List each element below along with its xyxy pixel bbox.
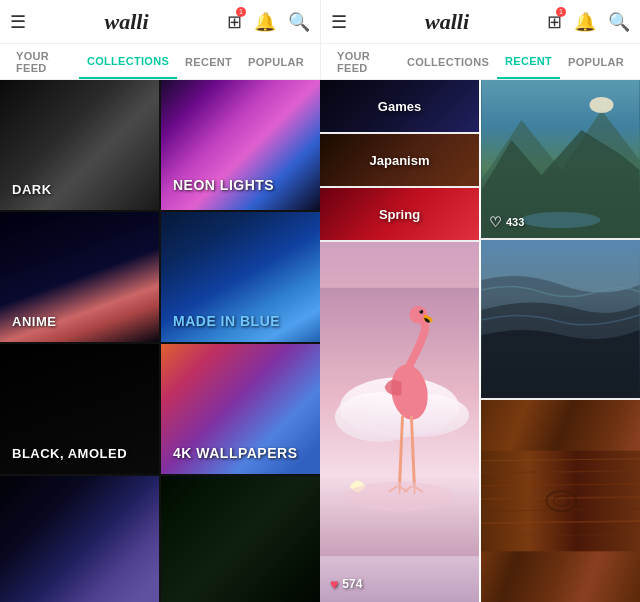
aerial-illustration: [481, 240, 640, 398]
right-panel: Games Japanism Spring: [320, 80, 640, 602]
aerial-photo[interactable]: [481, 240, 640, 398]
main-content: DARK NEON LIGHTS ANIME MADE IN BLUE BLAC…: [0, 80, 640, 602]
svg-point-14: [520, 212, 600, 228]
collection-neon-lights[interactable]: NEON LIGHTS: [161, 80, 320, 210]
left-menu-icon[interactable]: ☰: [10, 11, 26, 33]
left-logo: walli: [38, 9, 215, 35]
left-nav-popular[interactable]: POPULAR: [240, 44, 312, 79]
collection-made-in-blue[interactable]: MADE IN BLUE: [161, 212, 320, 342]
collection-games[interactable]: Games: [320, 80, 479, 132]
collection-4k-label: 4K WALLPAPERS: [173, 445, 312, 462]
left-nav-recent[interactable]: RECENT: [177, 44, 240, 79]
collection-japanism-label: Japanism: [320, 134, 479, 186]
collection-anime-label: ANIME: [12, 314, 151, 330]
svg-point-15: [589, 97, 613, 113]
collection-space[interactable]: [0, 476, 159, 602]
svg-point-10: [345, 482, 454, 512]
svg-point-5: [409, 306, 427, 324]
flamingo-heart-icon: ♥: [330, 576, 338, 592]
right-nav-popular[interactable]: POPULAR: [560, 44, 632, 79]
right-logo: walli: [359, 9, 535, 35]
collection-madeinblue-label: MADE IN BLUE: [173, 313, 312, 330]
collection-spring[interactable]: Spring: [320, 188, 479, 240]
right-nav-recent[interactable]: RECENT: [497, 44, 560, 79]
collection-dark[interactable]: DARK: [0, 80, 159, 210]
lake-heart-icon: ♡: [489, 214, 502, 230]
collection-japanism[interactable]: Japanism: [320, 134, 479, 186]
collection-spring-label: Spring: [320, 188, 479, 240]
right-nav-your-feed[interactable]: YOUR FEED: [329, 44, 399, 79]
right-menu-icon[interactable]: ☰: [331, 11, 347, 33]
left-nav-your-feed[interactable]: YOUR FEED: [8, 44, 79, 79]
right-gallery-badge: 1: [556, 7, 566, 17]
left-nav: YOUR FEED COLLECTIONS RECENT POPULAR: [0, 44, 320, 79]
flamingo-heart-count: ♥ 574: [330, 576, 362, 592]
collection-anime[interactable]: ANIME: [0, 212, 159, 342]
right-bell-icon[interactable]: 🔔: [574, 11, 596, 33]
collection-black-label: BLACK, AMOLED: [12, 446, 151, 462]
collection-games-label: Games: [320, 80, 479, 132]
left-search-icon[interactable]: 🔍: [288, 11, 310, 33]
left-nav-collections[interactable]: COLLECTIONS: [79, 44, 177, 79]
left-bell-icon[interactable]: 🔔: [254, 11, 276, 33]
flamingo-photo[interactable]: ♥ 574: [320, 242, 479, 602]
wood-illustration: [481, 400, 640, 602]
collection-dark-label: DARK: [12, 182, 151, 198]
right-gallery-icon[interactable]: ⊞ 1: [547, 11, 562, 33]
lake-heart-count: ♡ 433: [489, 214, 524, 230]
wood-photo[interactable]: [481, 400, 640, 602]
lake-count: 433: [506, 216, 524, 228]
collections-grid: DARK NEON LIGHTS ANIME MADE IN BLUE BLAC…: [0, 80, 320, 602]
svg-point-6: [419, 310, 423, 314]
left-header: ☰ walli ⊞ 1 🔔 🔍: [0, 0, 320, 43]
right-nav: YOUR FEED COLLECTIONS RECENT POPULAR: [320, 44, 640, 79]
right-left-column: Games Japanism Spring: [320, 80, 479, 602]
gallery-badge: 1: [236, 7, 246, 17]
collection-black-amoled[interactable]: BLACK, AMOLED: [0, 344, 159, 474]
right-header: ☰ walli ⊞ 1 🔔 🔍: [320, 0, 640, 43]
nav-bar: YOUR FEED COLLECTIONS RECENT POPULAR YOU…: [0, 44, 640, 80]
lake-photo[interactable]: ♡ 433: [481, 80, 640, 238]
collection-neon-label: NEON LIGHTS: [173, 177, 312, 194]
svg-point-7: [420, 310, 421, 311]
right-right-column: ♡ 433: [481, 80, 640, 602]
collection-4k-wallpapers[interactable]: 4K WALLPAPERS: [161, 344, 320, 474]
right-search-icon[interactable]: 🔍: [608, 11, 630, 33]
app-header: ☰ walli ⊞ 1 🔔 🔍 ☰ walli ⊞ 1 🔔 🔍: [0, 0, 640, 44]
left-gallery-icon[interactable]: ⊞ 1: [227, 11, 242, 33]
collection-green[interactable]: [161, 476, 320, 602]
flamingo-illustration: [320, 242, 479, 602]
flamingo-count: 574: [342, 577, 362, 591]
right-nav-collections[interactable]: COLLECTIONS: [399, 44, 497, 79]
